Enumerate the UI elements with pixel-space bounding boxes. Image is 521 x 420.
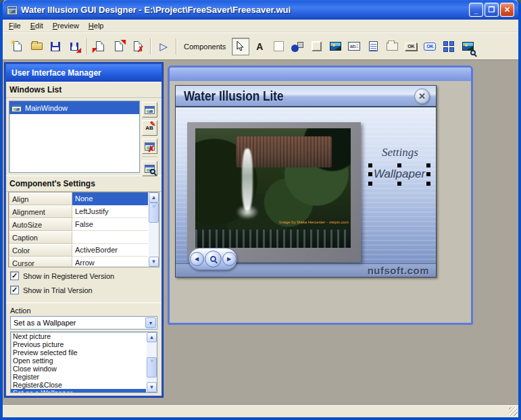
canvas-body: Water Illusion Lite ✕ Image by Maka Herc… xyxy=(170,81,471,323)
skin-close-button[interactable]: ✕ xyxy=(414,88,430,104)
settings-row-align[interactable]: Align None xyxy=(9,192,148,205)
action-option[interactable]: Open setting xyxy=(11,357,146,365)
new-file-button[interactable]: ✶ xyxy=(9,38,26,55)
xp-button-component-button[interactable]: OK xyxy=(421,38,439,55)
setting-value[interactable]: False xyxy=(72,218,148,231)
nufsoft-link[interactable]: nufsoft.com xyxy=(368,265,429,276)
preview-button[interactable] xyxy=(205,251,222,267)
setting-value[interactable]: Arrow xyxy=(72,257,148,267)
scroll-up-icon[interactable]: ▲ xyxy=(147,332,157,342)
add-window-button[interactable] xyxy=(142,102,157,117)
next-picture-button[interactable]: ▶ xyxy=(222,252,237,266)
setting-value[interactable] xyxy=(72,231,148,244)
export-window-button[interactable]: ◥ xyxy=(110,38,128,55)
settings-row-cursor[interactable]: Cursor Arrow xyxy=(9,257,148,267)
registered-checkbox[interactable]: ✓ xyxy=(10,271,19,280)
preview-window-button[interactable] xyxy=(142,161,157,176)
title-bar[interactable]: Water Illusion GUI Designer - E:\Project… xyxy=(3,0,518,20)
action-scrollbar[interactable]: ▲ ≡ ▼ xyxy=(146,332,157,392)
bevel-component-button[interactable] xyxy=(307,38,325,55)
work-area: User Interface Manager Windows List Main… xyxy=(3,59,518,405)
photo-panel[interactable]: Image by Maka Hercesler - visipix.com xyxy=(187,122,361,262)
import-window-button[interactable]: ◤ xyxy=(91,38,109,55)
skin-wallpaper-label-selected[interactable]: Wallpaper xyxy=(370,165,428,184)
selection-handle[interactable] xyxy=(426,182,430,186)
save-as-button[interactable]: ◢ xyxy=(66,38,83,55)
ok-xp-button-icon: OK xyxy=(424,43,436,51)
delete-window-button-panel[interactable]: ✗ xyxy=(142,138,157,154)
trial-checkbox[interactable]: ✓ xyxy=(10,286,19,294)
action-listbox[interactable]: Next picture Previous picture Preview se… xyxy=(10,332,157,393)
settings-row-autosize[interactable]: AutoSize False xyxy=(9,218,148,231)
windows-listbox[interactable]: MainWindow xyxy=(9,101,140,173)
settings-scrollbar[interactable]: ▲ ≡ ▼ xyxy=(148,192,159,267)
trial-version-row[interactable]: ✓ Show in Trial Version xyxy=(10,286,157,294)
scroll-down-icon[interactable]: ▼ xyxy=(147,382,157,392)
selection-handle[interactable] xyxy=(397,163,401,167)
close-button[interactable]: ✕ xyxy=(500,3,514,17)
setting-name: Cursor xyxy=(9,257,72,267)
rename-window-button[interactable]: AB ✎ xyxy=(142,120,157,136)
setting-value[interactable]: LeftJustify xyxy=(72,205,148,218)
prev-picture-button[interactable]: ◀ xyxy=(190,252,204,266)
selection-handle[interactable] xyxy=(426,163,430,167)
select-cursor-button[interactable] xyxy=(232,38,249,55)
button-component-button[interactable]: OK xyxy=(402,38,420,55)
frame-component-button[interactable] xyxy=(270,38,287,55)
selection-handle[interactable] xyxy=(426,172,430,176)
resize-grip[interactable] xyxy=(509,407,518,416)
registered-version-row[interactable]: ✓ Show in Registered Version xyxy=(10,271,157,280)
sparkle-icon: ✶ xyxy=(11,40,16,46)
tab-component-button[interactable] xyxy=(383,38,401,55)
menu-file[interactable]: File xyxy=(4,20,26,31)
selection-handle[interactable] xyxy=(368,182,372,186)
open-file-button[interactable] xyxy=(28,38,45,55)
settings-row-alignment[interactable]: Alignment LeftJustify xyxy=(9,205,148,218)
scroll-thumb[interactable]: ≡ xyxy=(147,357,157,377)
image-component-button[interactable] xyxy=(326,38,344,55)
menu-help[interactable]: Help xyxy=(84,20,109,31)
maximize-button[interactable]: ❐ xyxy=(485,3,499,17)
selection-handle[interactable] xyxy=(368,163,372,167)
uim-panel-title[interactable]: User Interface Manager xyxy=(6,64,162,82)
menu-preview[interactable]: Preview xyxy=(48,20,84,31)
dropdown-arrow-icon[interactable]: ▼ xyxy=(145,317,156,328)
memo-component-button[interactable] xyxy=(364,38,382,55)
action-option[interactable]: Preview selected file xyxy=(11,348,146,357)
label-component-button[interactable]: A xyxy=(251,38,268,55)
selection-handle[interactable] xyxy=(397,182,401,186)
grid-component-button[interactable] xyxy=(440,38,457,55)
menu-edit[interactable]: Edit xyxy=(26,20,48,31)
scroll-down-icon[interactable]: ▼ xyxy=(149,257,159,267)
preview-image-component-button[interactable] xyxy=(459,38,476,55)
menu-bar: File Edit Preview Help xyxy=(3,20,518,32)
setting-value[interactable]: ActiveBorder xyxy=(72,244,148,257)
action-option[interactable]: Previous picture xyxy=(11,340,146,348)
save-button[interactable] xyxy=(47,38,64,55)
scroll-up-icon[interactable]: ▲ xyxy=(149,192,159,203)
canvas-title-strip[interactable] xyxy=(170,68,471,81)
settings-row-caption[interactable]: Caption xyxy=(9,231,148,244)
edit-component-button[interactable]: ab⌶ xyxy=(345,38,363,55)
skin-title-bar: Water Illusion Lite ✕ xyxy=(176,86,436,107)
minimize-button[interactable]: _ xyxy=(469,3,483,17)
action-option[interactable]: Next picture xyxy=(11,332,146,340)
shape-component-button[interactable] xyxy=(289,38,306,55)
run-preview-button[interactable]: ▷ xyxy=(155,38,172,55)
action-option[interactable]: Register xyxy=(11,373,146,381)
selection-handle[interactable] xyxy=(368,172,372,176)
windows-list-header: Windows List xyxy=(6,82,162,98)
scroll-thumb[interactable]: ≡ xyxy=(149,203,159,223)
windows-list-item-mainwindow[interactable]: MainWindow xyxy=(9,101,139,114)
pencil-icon: ✎ xyxy=(150,121,155,128)
skin-settings-label[interactable]: Settings xyxy=(376,146,424,161)
setting-value[interactable]: None xyxy=(72,192,148,205)
save-icon xyxy=(51,42,60,51)
delete-window-button[interactable]: ✗ xyxy=(129,38,147,55)
action-option[interactable]: Close window xyxy=(11,365,146,373)
action-option-selected[interactable]: Set as a Wallpaper xyxy=(11,389,146,392)
window-icon xyxy=(11,104,22,112)
settings-row-color[interactable]: Color ActiveBorder xyxy=(9,244,148,257)
action-combobox[interactable]: Set as a Wallpaper ▼ xyxy=(10,316,157,330)
action-option[interactable]: Register&Close xyxy=(11,381,146,389)
